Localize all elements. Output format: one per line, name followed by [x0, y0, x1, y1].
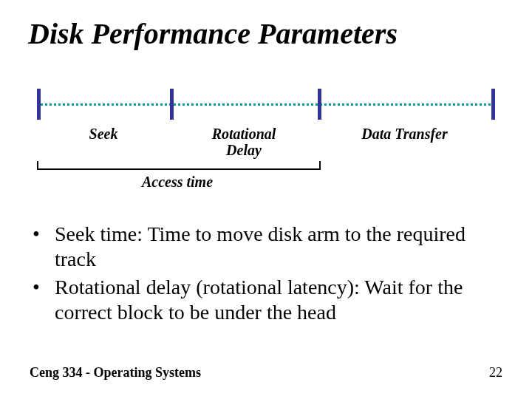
label-seek: Seek: [37, 126, 170, 143]
label-rotational-delay: Rotational Delay: [170, 126, 318, 158]
footer-page-number: 22: [489, 365, 502, 381]
footer-course: Ceng 334 - Operating Systems: [30, 365, 201, 381]
bullet-text: Rotational delay (rotational latency): W…: [55, 275, 502, 325]
label-access-time: Access time: [37, 174, 318, 191]
bullet-text: Seek time: Time to move disk arm to the …: [55, 222, 502, 272]
label-data-transfer: Data Transfer: [318, 126, 491, 143]
bullet-item: • Seek time: Time to move disk arm to th…: [30, 222, 502, 272]
bullet-item: • Rotational delay (rotational latency):…: [30, 275, 502, 325]
timing-diagram: Seek Rotational Delay Data Transfer Acce…: [37, 89, 495, 177]
bullet-icon: •: [30, 222, 55, 247]
slide-title: Disk Performance Parameters: [28, 16, 398, 51]
timeline-axis: [37, 103, 495, 106]
tick-start: [37, 89, 41, 120]
slide: Disk Performance Parameters Seek Rotatio…: [0, 0, 532, 399]
tick-rot-end: [318, 89, 321, 120]
bracket-access-time: [37, 161, 321, 170]
tick-seek-end: [170, 89, 174, 120]
bullet-list: • Seek time: Time to move disk arm to th…: [30, 222, 502, 328]
bullet-icon: •: [30, 275, 55, 300]
tick-end: [491, 89, 495, 120]
